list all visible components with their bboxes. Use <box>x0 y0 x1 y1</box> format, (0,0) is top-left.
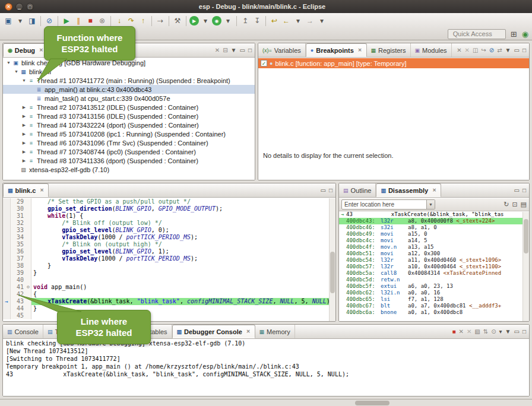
twisty-icon[interactable]: ▼ <box>13 69 20 74</box>
disassembly-row[interactable]: 400dbc4f:mov.na13, a15 <box>339 244 529 250</box>
minimize-icon[interactable]: ▭ <box>321 187 326 194</box>
terminate-icon[interactable]: ■ <box>452 328 456 335</box>
code-line[interactable]: 38 } <box>3 262 335 269</box>
forward-dropdown-icon[interactable]: ▾ <box>316 15 327 27</box>
quick-access-button[interactable]: Quick Access <box>448 29 506 39</box>
debug-tree-item[interactable]: ▶≡Thread #2 1073413512 (IDLE) (Suspended… <box>3 103 255 112</box>
maximize-icon[interactable]: □ <box>522 47 526 53</box>
remove-all-breakpoints-icon[interactable]: ✕ <box>465 47 470 53</box>
tab-debugger-console[interactable]: ▥Debugger Console✕ <box>172 325 255 338</box>
suspend-icon[interactable]: ∥ <box>73 15 84 27</box>
debug-icon[interactable]: ◉ <box>212 16 221 26</box>
code-line[interactable]: 36 gpio_set_level(BLINK_GPIO, 1); <box>3 248 335 255</box>
window-minimize-button[interactable]: ▁ <box>15 3 23 11</box>
minimize-icon[interactable]: ▭ <box>514 328 520 335</box>
code-line[interactable]: 31 while(1) { <box>3 212 335 220</box>
disassembly-row[interactable]: →43 xTaskCreate(&blink_task, "blink_tas <box>339 211 529 218</box>
resume-icon[interactable]: ▶ <box>61 15 72 27</box>
disassembly-row[interactable]: 400dbc67:blta0, a7, 0x400dbc81 <__adddf3… <box>339 303 529 309</box>
code-line[interactable]: 34 vTaskDelay(1000 / portTICK_PERIOD_MS)… <box>3 234 335 241</box>
breakpoint-checkbox[interactable]: ✓ <box>261 60 267 66</box>
debug-tree-item[interactable]: ≣app_main() at blink.c:43 0x400dbc43 <box>3 85 255 94</box>
show-breakpoints-supported-icon[interactable]: ◫ <box>473 47 478 53</box>
disconnect-icon[interactable]: ⊗ <box>97 15 107 27</box>
window-close-button[interactable]: ✕ <box>5 3 12 11</box>
close-icon[interactable]: ✕ <box>246 329 251 334</box>
remove-launch-icon[interactable]: ✕ <box>459 328 464 335</box>
tab-blink-c[interactable]: ▤blink.c✕ <box>3 183 49 197</box>
code-line[interactable]: 45 <box>3 312 335 319</box>
instruction-stepping-icon[interactable]: ⇢ <box>155 15 166 27</box>
code-line[interactable]: 41⊖void app_main() <box>3 284 335 291</box>
disassembly-row[interactable]: 400dbc51:movia12, 0x300 <box>339 250 529 257</box>
build-icon[interactable]: ⚒ <box>172 15 183 27</box>
disassembly-row[interactable]: 400dbc5f:extuia6, a0, 23, 13 <box>339 283 529 290</box>
disassembly-row[interactable]: 400dbc5a:call80x40084314 <xTaskCreatePin… <box>339 270 529 277</box>
show-source-icon[interactable]: ▤ <box>521 201 527 208</box>
link-with-debug-icon[interactable]: ⇄ <box>497 47 502 53</box>
tab-memory[interactable]: ▦Memory <box>255 325 295 338</box>
debug-tree-item[interactable]: ≣main_task() at cpu_start.c:339 0x400d05… <box>3 94 255 103</box>
twisty-icon[interactable]: ▶ <box>21 150 27 154</box>
twisty-icon[interactable]: ▶ <box>21 132 27 137</box>
editor-vertical-scrollbar[interactable] <box>329 198 335 321</box>
remove-all-launches-icon[interactable]: ✕ <box>467 328 471 335</box>
tab-breakpoints[interactable]: ●Breakpoints✕ <box>306 43 367 57</box>
step-over-icon[interactable]: ↷ <box>126 15 137 27</box>
disassembly-row[interactable]: 400dbc43:l32ra8, 0x400d00f8 <_stext+224> <box>339 218 529 224</box>
run-dropdown-icon[interactable]: ▾ <box>200 15 211 27</box>
lock-icon[interactable]: ⊡ <box>512 201 517 208</box>
debug-perspective-icon[interactable]: ◉ <box>522 30 528 39</box>
skip-all-breakpoints-icon[interactable]: ⊘ <box>489 47 494 53</box>
tab-disassembly[interactable]: ▥Disassembly✕ <box>376 183 441 197</box>
console-body[interactable]: blink checking [GDB Hardware Debugging] … <box>3 340 529 396</box>
last-edit-location-icon[interactable]: ↩ <box>269 15 280 27</box>
previous-annotation-icon[interactable]: ↥ <box>240 15 251 27</box>
disassembly-row[interactable]: 400dbc5d:retw.n <box>339 277 529 283</box>
horizontal-scrollbar[interactable] <box>355 401 390 405</box>
debug-tree-item[interactable]: ▶≡Thread #8 1073411336 (dport) (Suspende… <box>3 156 255 165</box>
new-wizard-icon[interactable]: ▣ <box>3 15 14 27</box>
debug-dropdown-icon[interactable]: ▾ <box>223 15 233 27</box>
collapse-all-icon[interactable]: ⊟ <box>223 47 227 53</box>
skip-breakpoints-icon[interactable]: ⊘ <box>44 15 55 27</box>
save-icon[interactable]: ◨ <box>27 15 37 27</box>
tab-modules[interactable]: ▣Modules <box>411 43 452 57</box>
back-dropdown-icon[interactable]: ▾ <box>293 15 303 27</box>
remove-all-terminated-icon[interactable]: ✕ <box>215 47 220 53</box>
disassembly-row[interactable]: 400dbc57:l32ra10, 0x400d0464 <_stext+110… <box>339 264 529 270</box>
tab-registers[interactable]: ▦Registers <box>367 43 411 57</box>
debug-tree-item[interactable]: ▶≡Thread #3 1073413156 (IDLE) (Suspended… <box>3 112 255 120</box>
run-icon[interactable]: ▶ <box>189 16 199 26</box>
scrollbar-thumb[interactable] <box>330 252 335 293</box>
twisty-icon[interactable]: ▶ <box>21 123 27 128</box>
disassembly-row[interactable]: 400dbc4c:movia14, 5 <box>339 237 529 244</box>
twisty-icon[interactable]: ▶ <box>21 141 27 145</box>
close-icon[interactable]: ✕ <box>432 188 436 193</box>
breakpoint-row[interactable]: ✓ ● blink.c [function: app_main] [type: … <box>258 58 529 68</box>
tab-debug[interactable]: ◉Debug✕ <box>3 43 48 57</box>
close-icon[interactable]: ✕ <box>39 47 43 53</box>
refresh-icon[interactable]: ↻ <box>504 201 509 208</box>
forward-icon[interactable]: → <box>305 15 315 27</box>
twisty-icon[interactable]: ▶ <box>21 105 27 110</box>
minimize-icon[interactable]: ▭ <box>240 47 245 53</box>
minimize-icon[interactable]: ▭ <box>514 47 520 53</box>
maximize-icon[interactable]: □ <box>522 328 526 335</box>
pin-console-icon[interactable]: ⊙ <box>491 328 496 335</box>
code-line[interactable]: 29 /* Set the GPIO as a push/pull output… <box>3 198 335 205</box>
debug-tree-item[interactable]: ▶≡Thread #6 1073431096 (Tmr Svc) (Suspen… <box>3 138 255 147</box>
debug-tree-item[interactable]: ▶≡Thread #7 1073408744 (ipc0) (Suspended… <box>3 147 255 156</box>
code-line[interactable]: 33 gpio_set_level(BLINK_GPIO, 0); <box>3 227 335 234</box>
disassembly-vertical-scrollbar[interactable] <box>522 212 529 321</box>
fold-marker[interactable]: ⊖ <box>26 284 31 291</box>
tab-outline[interactable]: ▤Outline <box>339 183 376 197</box>
disassembly-row[interactable]: 400dbc46:s32ia8, a1, 0 <box>339 224 529 231</box>
back-icon[interactable]: ← <box>281 15 292 27</box>
debug-tree-item[interactable]: ▶≡Thread #5 1073410208 (ipc1 : Running) … <box>3 129 255 138</box>
maximize-icon[interactable]: □ <box>522 187 526 194</box>
window-maximize-button[interactable]: ▢ <box>26 3 34 11</box>
disassembly-row[interactable]: 400dbc62:l32i.na0, a0, 16 <box>339 290 529 296</box>
goto-file-icon[interactable]: ↪ <box>481 47 486 53</box>
twisty-icon[interactable]: ▶ <box>21 114 27 119</box>
